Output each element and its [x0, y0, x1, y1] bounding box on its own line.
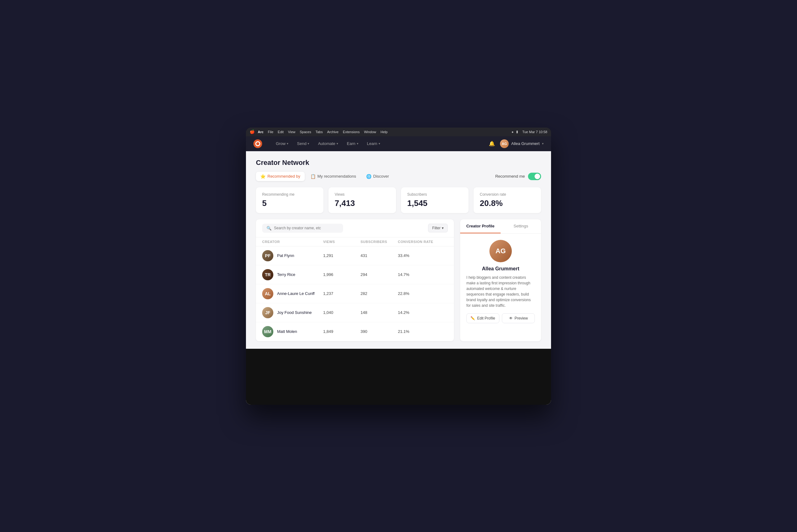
toggle-knob	[535, 174, 540, 179]
nav-automate[interactable]: Automate ▾	[314, 139, 342, 148]
logo[interactable]	[254, 139, 262, 148]
recommended-by-icon: ⭐	[260, 174, 265, 179]
edit-icon: ✏️	[470, 316, 475, 320]
stat-subscribers: Subscribers 1,545	[401, 187, 468, 213]
col-conversion: CONVERSION RATE	[398, 240, 448, 244]
tab-recommended-by[interactable]: ⭐ Recommended by	[256, 172, 305, 181]
recommend-me-toggle[interactable]	[528, 173, 541, 180]
sub-nav-tabs: ⭐ Recommended by 📋 My recommendations 🌐 …	[256, 172, 393, 181]
stat-value-views: 7,413	[335, 198, 390, 208]
learn-chevron-icon: ▾	[378, 142, 380, 145]
profile-actions: ✏️ Edit Profile 👁 Preview	[466, 313, 535, 323]
mac-menu-spaces[interactable]: Spaces	[300, 130, 311, 134]
table-row[interactable]: MM Matt Molen 1,849 390 21.1%	[256, 322, 454, 341]
mac-menu-file[interactable]: File	[268, 130, 273, 134]
profile-tabs: Creator Profile Settings	[460, 219, 541, 234]
profile-bio: I help bloggers and content creators mak…	[466, 275, 535, 308]
mac-menu-tabs[interactable]: Tabs	[315, 130, 322, 134]
stat-label-conversion: Conversion rate	[480, 192, 535, 197]
logo-inner	[255, 141, 260, 146]
table-header: CREATOR VIEWS SUBSCRIBERS CONVERSION RAT…	[256, 238, 454, 246]
keyboard-area	[246, 349, 551, 405]
mac-menu-archive[interactable]: Archive	[327, 130, 339, 134]
preview-button[interactable]: 👁 Preview	[502, 313, 535, 323]
conversion-cell-1: 14.7%	[398, 272, 448, 277]
creator-cell-3: JF Joy Food Sunshine	[262, 307, 323, 318]
user-menu[interactable]: AG Allea Grummert ▾	[500, 139, 543, 148]
send-chevron-icon: ▾	[308, 142, 309, 145]
creator-avatar-4: MM	[262, 326, 273, 337]
stat-conversion: Conversion rate 20.8%	[474, 187, 541, 213]
table-row[interactable]: PF Pat Flynn 1,291 431 33.4%	[256, 246, 454, 265]
notification-bell-icon[interactable]: 🔔	[489, 140, 495, 147]
table-toolbar: 🔍 Filter ▾	[256, 219, 454, 238]
table-row[interactable]: JF Joy Food Sunshine 1,040 148 14.2%	[256, 303, 454, 322]
mac-menu-edit[interactable]: Edit	[278, 130, 284, 134]
user-menu-chevron-icon: ▾	[542, 142, 543, 145]
conversion-cell-4: 21.1%	[398, 329, 448, 334]
mac-menu-help[interactable]: Help	[381, 130, 388, 134]
top-nav: Grow ▾ Send ▾ Automate ▾ Earn ▾ Learn	[246, 136, 551, 151]
grow-chevron-icon: ▾	[287, 142, 288, 145]
stat-label-recommending: Recommending me	[262, 192, 317, 197]
creator-name-0: Pat Flynn	[277, 253, 294, 258]
mac-menu-view[interactable]: View	[288, 130, 295, 134]
conversion-cell-0: 33.4%	[398, 253, 448, 258]
creator-table: 🔍 Filter ▾ CREATOR VIEWS SUBSCRIBERS CON…	[256, 219, 454, 341]
edit-profile-button[interactable]: ✏️ Edit Profile	[466, 313, 499, 323]
table-row[interactable]: AL Anne-Laure Le Cunff 1,237 282 22.8%	[256, 284, 454, 303]
stat-recommending-me: Recommending me 5	[256, 187, 323, 213]
col-subscribers: SUBSCRIBERS	[360, 240, 398, 244]
nav-items: Grow ▾ Send ▾ Automate ▾ Earn ▾ Learn	[272, 139, 479, 148]
views-cell-1: 1,996	[323, 272, 360, 277]
stat-label-subscribers: Subscribers	[407, 192, 462, 197]
nav-send[interactable]: Send ▾	[293, 139, 313, 148]
subscribers-cell-2: 282	[360, 291, 398, 296]
nav-right: 🔔 AG Allea Grummert ▾	[489, 139, 543, 148]
subscribers-cell-0: 431	[360, 253, 398, 258]
filter-button[interactable]: Filter ▾	[428, 224, 448, 232]
mac-time: Tue Mar 7 10:58	[522, 130, 547, 134]
stat-value-conversion: 20.8%	[480, 198, 535, 208]
stat-label-views: Views	[335, 192, 390, 197]
filter-label: Filter	[432, 226, 441, 230]
my-recs-icon: 📋	[310, 174, 316, 179]
views-cell-4: 1,849	[323, 329, 360, 334]
mac-menu-window[interactable]: Window	[364, 130, 376, 134]
nav-learn[interactable]: Learn ▾	[363, 139, 384, 148]
search-input[interactable]	[274, 226, 339, 230]
tab-creator-profile[interactable]: Creator Profile	[460, 219, 501, 233]
tab-discover[interactable]: 🌐 Discover	[362, 172, 393, 181]
search-box[interactable]: 🔍	[262, 224, 343, 233]
creator-avatar-2: AL	[262, 288, 273, 299]
stats-row: Recommending me 5 Views 7,413 Subscriber…	[256, 187, 541, 213]
stat-views: Views 7,413	[329, 187, 396, 213]
profile-name: Allea Grummert	[466, 266, 535, 272]
views-cell-0: 1,291	[323, 253, 360, 258]
battery-icon: ▮	[516, 130, 518, 134]
user-avatar: AG	[500, 139, 509, 148]
nav-grow[interactable]: Grow ▾	[272, 139, 292, 148]
recommend-me-section: Recommend me	[495, 173, 541, 180]
discover-icon: 🌐	[366, 174, 371, 179]
tab-my-recommendations[interactable]: 📋 My recommendations	[306, 172, 360, 181]
mac-right-icons: ● ▮	[512, 130, 518, 134]
conversion-cell-2: 22.8%	[398, 291, 448, 296]
apple-icon: 🍎	[250, 129, 255, 134]
main-content: Creator Network ⭐ Recommended by 📋 My re…	[246, 151, 551, 349]
creator-name-2: Anne-Laure Le Cunff	[277, 291, 314, 296]
nav-earn[interactable]: Earn ▾	[343, 139, 362, 148]
mac-menu-extensions[interactable]: Extensions	[343, 130, 359, 134]
creator-cell-0: PF Pat Flynn	[262, 250, 323, 261]
creator-name-1: Terry Rice	[277, 272, 295, 277]
stat-value-recommending: 5	[262, 198, 317, 208]
search-icon: 🔍	[266, 226, 272, 230]
page-title: Creator Network	[256, 159, 541, 167]
mac-menu-arc[interactable]: Arc	[258, 130, 263, 134]
wifi-icon: ●	[512, 130, 514, 134]
tab-settings[interactable]: Settings	[501, 219, 541, 233]
table-row[interactable]: TR Terry Rice 1,996 294 14.7%	[256, 265, 454, 284]
sub-nav: ⭐ Recommended by 📋 My recommendations 🌐 …	[256, 172, 541, 181]
creator-avatar-3: JF	[262, 307, 273, 318]
filter-chevron-icon: ▾	[442, 226, 444, 230]
